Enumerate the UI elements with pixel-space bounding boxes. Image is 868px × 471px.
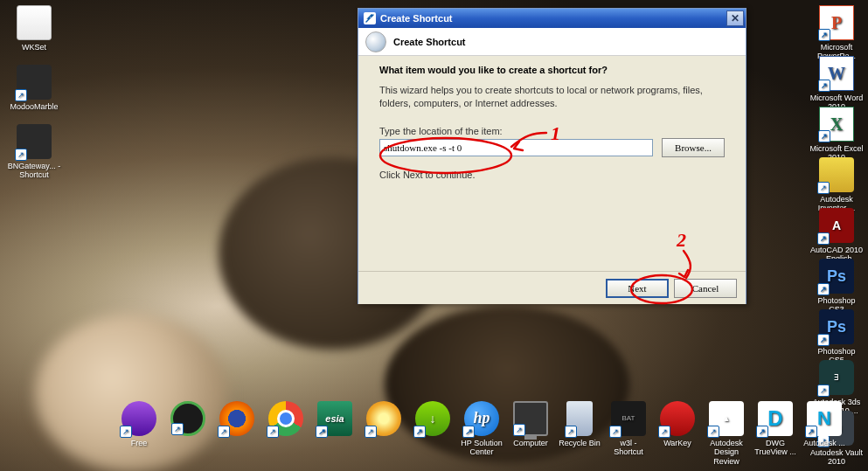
desktop-icon-computer[interactable]: ↗Computer [509,401,552,466]
shortcut-overlay-icon: ↗ [413,426,426,438]
shortcut-overlay-icon: ↗ [818,80,830,92]
desktop-icon-pscs5[interactable]: Ps↗Photoshop CS5 [809,309,864,365]
desktop-icon-excel[interactable]: X↗Microsoft Excel 2010 [809,107,864,163]
esia-icon: esia↗ [317,401,352,436]
continue-hint: Click Next to continue. [379,170,725,180]
free-icon: ↗ [122,401,156,436]
desktop-icon-modoomarble[interactable]: ↗ModooMarble [7,65,61,111]
modoomarble-icon: ↗ [17,65,52,100]
computer-label: Computer [513,439,548,447]
navisworks-label: Autodesk ... [803,439,845,447]
sun-icon: ↗ [366,401,401,436]
shortcut-overlay-icon: ↗ [267,426,279,438]
shortcut-overlay-icon: ↗ [218,426,230,438]
desktop[interactable]: WKSet↗ModooMarble↗BNGateway... - Shortcu… [0,0,868,471]
desktop-icon-sun[interactable]: ↗ [362,401,406,466]
lime-icon: ↓↗ [415,401,450,436]
browse-button[interactable]: Browse... [662,138,725,157]
desktop-icon-pscs3[interactable]: Ps↗Photoshop CS3 [809,259,864,315]
shortcut-overlay-icon: ↗ [817,182,830,194]
w3l-icon: BAT↗ [611,401,646,436]
shortcut-overlay-icon: ↗ [817,283,830,295]
titlebar[interactable]: Create Shortcut ✕ [358,9,746,28]
desktop-icon-hp[interactable]: hp↗HP Solution Center [460,401,503,466]
shortcut-overlay-icon: ↗ [609,426,621,438]
desktop-icon-inventor[interactable]: ↗Autodesk Inventor ... [809,157,864,213]
location-input[interactable] [379,139,653,156]
wizard-step-icon [365,31,386,52]
shortcut-overlay-icon: ↗ [15,149,27,161]
shortcut-overlay-icon: ↗ [707,426,719,438]
shortcut-overlay-icon: ↗ [171,423,184,435]
desktop-icon-adr[interactable]: ▲↗Autodesk Design Review [705,401,748,466]
close-button[interactable]: ✕ [726,10,744,26]
desktop-icon-autocad[interactable]: A↗AutoCAD 2010 - English [809,208,864,264]
shortcut-overlay-icon: ↗ [316,426,328,438]
word-icon: W↗ [819,56,854,91]
desktop-icon-esia[interactable]: esia↗ [313,401,357,466]
chrome-icon: ↗ [268,401,303,436]
shortcut-overlay-icon: ↗ [818,29,830,41]
hp-label: HP Solution Center [460,439,503,457]
desktop-icon-wkset[interactable]: WKSet [7,5,61,52]
desktop-icon-dwg[interactable]: D↗DWG TrueView ... [753,401,797,466]
shortcut-overlay-icon: ↗ [817,232,830,245]
dialog-footer: Next Cancel [358,271,746,304]
location-field-label: Type the location of the item: [379,126,725,136]
bngateway-label: BNGateway... - Shortcut [7,162,61,180]
desktop-icon-free[interactable]: ↗Free [117,401,161,466]
create-shortcut-dialog: Create Shortcut ✕ Create Shortcut What i… [358,8,746,304]
desktop-icon-firefox[interactable]: ↗ [215,401,259,466]
free-label: Free [131,439,148,447]
desktop-bottom-row: ↗Free↗↗↗esia↗↗↓↗hp↗HP Solution Center↗Co… [117,401,846,466]
shortcut-overlay-icon: ↗ [462,426,475,438]
inventor-icon: ↗ [819,157,854,192]
wkset-icon [17,5,52,40]
shortcut-overlay-icon: ↗ [513,424,525,436]
warkey-label: WarKey [663,439,691,447]
pscs5-icon: Ps↗ [819,309,854,344]
adr-icon: ▲↗ [709,401,744,436]
desktop-icon-word[interactable]: W↗Microsoft Word 2010 [809,56,864,112]
dwg-icon: D↗ [758,401,793,436]
excel-icon: X↗ [819,107,854,142]
shortcut-wizard-icon [364,12,376,24]
shortcut-overlay-icon: ↗ [817,334,830,346]
modoomarble-label: ModooMarble [10,102,58,111]
autocad-icon: A↗ [819,208,854,243]
desktop-icon-chrome[interactable]: ↗ [264,401,308,466]
desktop-icon-warkey[interactable]: ↗WarKey [656,401,699,466]
pscs3-icon: Ps↗ [819,259,854,294]
dwg-label: DWG TrueView ... [753,439,797,457]
desktop-icon-bngateway[interactable]: ↗BNGateway... - Shortcut [7,124,61,180]
shortcut-overlay-icon: ↗ [565,426,577,438]
desktop-icon-navisworks[interactable]: N↗Autodesk ... [802,401,846,466]
recycle-icon: ↗ [566,401,593,436]
recycle-label: Recycle Bin [559,439,601,447]
shortcut-overlay-icon: ↗ [120,426,132,438]
navisworks-icon: N↗ [807,401,842,436]
shortcut-overlay-icon: ↗ [817,384,830,397]
desktop-icon-w3l[interactable]: BAT↗w3l - Shortcut [607,401,650,466]
shortcut-overlay-icon: ↗ [756,426,768,438]
powerpoint-icon: P↗ [819,5,854,40]
dialog-header: Create Shortcut [358,28,746,56]
desktop-icon-webcam[interactable]: ↗ [166,401,210,466]
next-button[interactable]: Next [606,279,669,298]
desktop-icon-powerpoint[interactable]: P↗Microsoft PowerPo... [809,5,864,61]
header-label: Create Shortcut [393,37,466,47]
adr-label: Autodesk Design Review [705,439,748,466]
w3l-label: w3l - Shortcut [607,439,650,457]
cancel-button[interactable]: Cancel [674,279,737,298]
shortcut-overlay-icon: ↗ [658,426,670,438]
prompt-question: What item would you like to create a sho… [379,65,725,75]
warkey-icon: ↗ [660,401,695,436]
hp-icon: hp↗ [464,401,499,436]
webcam-icon: ↗ [170,401,205,436]
shortcut-overlay-icon: ↗ [805,426,817,438]
computer-icon: ↗ [513,401,548,436]
title-text: Create Shortcut [380,13,725,24]
desktop-icon-recycle[interactable]: ↗Recycle Bin [558,401,601,466]
desktop-icon-lime[interactable]: ↓↗ [411,401,455,466]
3dsmax-icon: Ǝ↗ [819,360,854,395]
